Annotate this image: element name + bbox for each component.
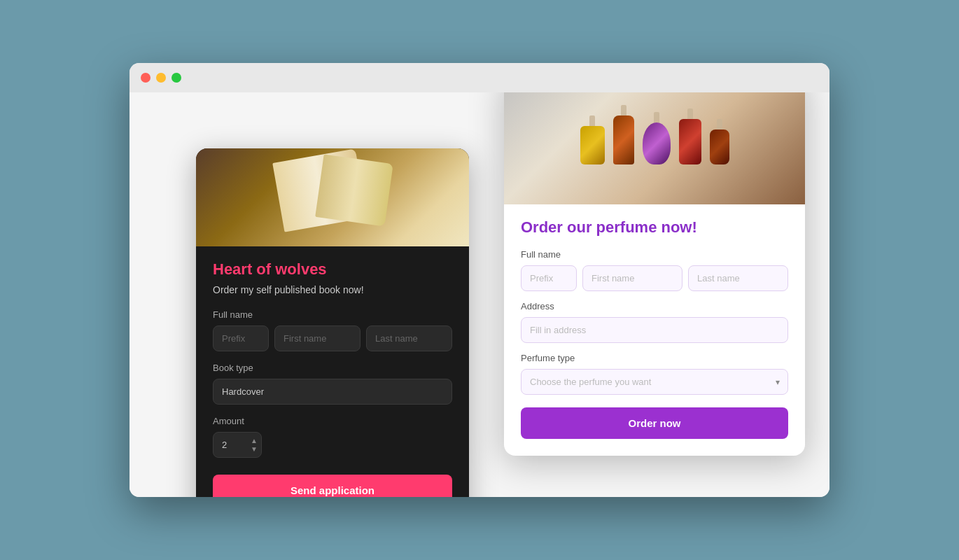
- perf-address-label: Address: [521, 301, 788, 312]
- bottle-5: [710, 119, 729, 164]
- perfume-title: Order our perfume now!: [521, 218, 788, 237]
- bottle-neck-2: [621, 105, 626, 115]
- bottle-body-2: [613, 115, 634, 164]
- traffic-light-yellow[interactable]: [156, 73, 166, 83]
- bottle-body-3: [643, 122, 671, 164]
- perf-select-wrap: Choose the perfume you want ▾: [521, 369, 788, 395]
- perf-type-section: Perfume type Choose the perfume you want…: [521, 353, 788, 395]
- amount-input-wrap: ▲ ▼: [213, 432, 262, 458]
- browser-window: Heart of wolves Order my self published …: [130, 63, 830, 497]
- bottle-body-5: [710, 130, 729, 164]
- perfume-card-body: Order our perfume now! Full name Address…: [504, 204, 805, 456]
- perfume-card: Order our perfume now! Full name Address…: [504, 92, 805, 456]
- fullname-field-group: [213, 326, 452, 351]
- prefix-input[interactable]: [213, 326, 269, 351]
- fullname-label: Full name: [213, 309, 452, 320]
- perf-address-input[interactable]: [521, 317, 788, 343]
- book-card-image: [196, 148, 469, 246]
- bottle-neck-1: [589, 115, 595, 126]
- bottle-1: [580, 115, 605, 164]
- book-subtitle: Order my self published book now!: [213, 284, 452, 295]
- book-card-body: Heart of wolves Order my self published …: [196, 246, 469, 497]
- perf-type-select[interactable]: Choose the perfume you want: [521, 369, 788, 395]
- perfume-card-image: [504, 92, 805, 204]
- order-now-button[interactable]: Order now: [521, 407, 788, 439]
- amount-decrement[interactable]: ▼: [251, 446, 258, 453]
- traffic-light-green[interactable]: [172, 73, 181, 83]
- bottle-4: [679, 108, 701, 164]
- lastname-input[interactable]: [366, 326, 452, 351]
- book-pages-decoration: [196, 148, 469, 246]
- browser-content: Heart of wolves Order my self published …: [130, 92, 830, 497]
- firstname-input[interactable]: [274, 326, 360, 351]
- bottle-neck-4: [687, 108, 693, 119]
- perf-fullname-group: [521, 265, 788, 291]
- perf-fullname-label: Full name: [521, 249, 788, 260]
- bottle-neck-3: [654, 112, 659, 122]
- bottle-neck-5: [717, 119, 722, 130]
- send-application-button[interactable]: Send application: [213, 475, 452, 497]
- perf-address-section: Address: [521, 301, 788, 343]
- amount-label: Amount: [213, 416, 452, 426]
- booktype-select[interactable]: Hardcover Paperback Digital: [213, 379, 452, 405]
- amount-section: Amount ▲ ▼: [213, 416, 452, 458]
- perf-prefix-input[interactable]: [521, 265, 577, 291]
- booktype-section: Book type Hardcover Paperback Digital: [213, 363, 452, 405]
- perf-firstname-input[interactable]: [582, 265, 682, 291]
- amount-spinners: ▲ ▼: [251, 438, 258, 453]
- perfume-bottles-decoration: [580, 105, 729, 172]
- bottle-body-4: [679, 119, 701, 164]
- amount-increment[interactable]: ▲: [251, 438, 258, 444]
- bottle-3: [643, 112, 671, 164]
- booktype-label: Book type: [213, 363, 452, 373]
- perf-type-label: Perfume type: [521, 353, 788, 363]
- perf-lastname-input[interactable]: [688, 265, 788, 291]
- book-title: Heart of wolves: [213, 260, 452, 279]
- traffic-light-red[interactable]: [141, 73, 150, 83]
- browser-titlebar: [130, 63, 830, 92]
- bottle-2: [613, 105, 634, 164]
- book-card: Heart of wolves Order my self published …: [196, 148, 469, 497]
- bottle-body-1: [580, 126, 605, 164]
